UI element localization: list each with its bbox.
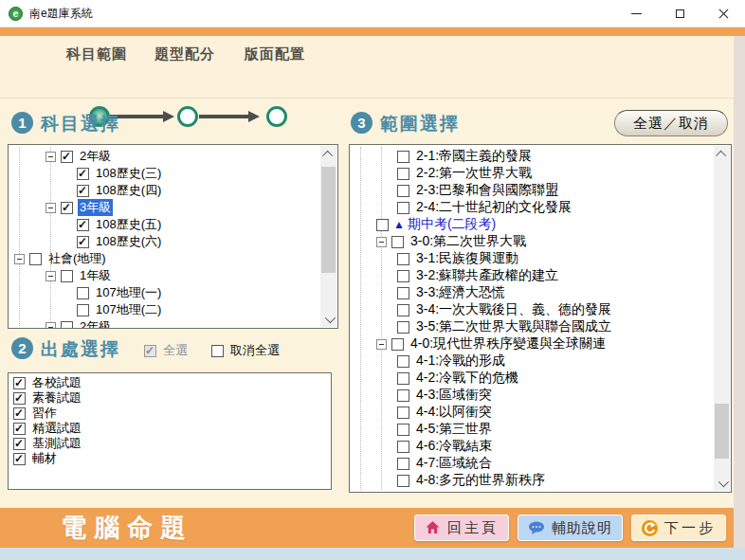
subject-tree-item[interactable]: 1年級 (9, 267, 320, 284)
range-tree-item[interactable]: 4-7:區域統合 (350, 455, 714, 472)
subject-tree-item[interactable]: 社會(地理) (9, 250, 320, 267)
source-list-item[interactable]: 習作 (11, 406, 329, 421)
item-label[interactable]: 2-1:帝國主義的發展 (414, 148, 534, 165)
subject-tree-item[interactable]: 107地理(二) (9, 301, 320, 318)
item-label[interactable]: 2-3:巴黎和會與國際聯盟 (414, 182, 560, 199)
item-label[interactable]: 108歷史(六) (94, 233, 163, 250)
item-label[interactable]: 4-7:區域統合 (414, 455, 494, 472)
item-checkbox[interactable] (29, 253, 42, 265)
collapse-minus-icon[interactable] (45, 152, 56, 162)
scroll-up-icon[interactable] (714, 146, 730, 162)
subject-tree-item[interactable]: 2年級 (9, 318, 320, 329)
minimize-button[interactable] (614, 0, 658, 27)
item-checkbox[interactable] (13, 392, 26, 405)
collapse-minus-icon[interactable] (376, 339, 387, 350)
range-tree-item[interactable]: 4-4:以阿衝突 (350, 404, 714, 421)
next-step-button[interactable]: 下一步 (631, 515, 726, 541)
range-tree-item[interactable]: 4-3:區域衝突 (350, 387, 714, 404)
subject-tree-item[interactable]: 108歷史(五) (9, 216, 320, 233)
item-checkbox[interactable] (77, 287, 89, 299)
subject-tree-item[interactable]: 108歷史(四) (9, 182, 320, 199)
subject-tree-scrollbar[interactable] (320, 146, 336, 327)
range-tree-item[interactable]: 3-5:第二次世界大戰與聯合國成立 (350, 318, 714, 335)
item-label[interactable]: 3-1:民族復興運動 (414, 250, 520, 267)
item-checkbox[interactable] (77, 236, 89, 248)
range-tree-item[interactable]: 2-1:帝國主義的發展 (350, 148, 714, 165)
item-label[interactable]: 108歷史(四) (94, 182, 163, 199)
subject-tree-item[interactable]: 107地理(一) (9, 284, 320, 301)
item-checkbox[interactable] (13, 438, 26, 450)
collapse-minus-icon[interactable] (45, 203, 56, 213)
item-checkbox[interactable] (397, 321, 409, 334)
item-checkbox[interactable] (397, 475, 409, 487)
item-label[interactable]: 2-4:二十世紀初的文化發展 (414, 199, 573, 216)
item-checkbox[interactable] (13, 423, 26, 435)
scrollbar-thumb[interactable] (715, 404, 729, 459)
source-list-item[interactable]: 素養試題 (11, 390, 329, 406)
item-checkbox[interactable] (397, 389, 409, 402)
item-label[interactable]: 社會(地理) (46, 250, 108, 267)
item-label[interactable]: 1年級 (78, 267, 113, 284)
item-label[interactable]: 3-3:經濟大恐慌 (414, 284, 507, 301)
item-checkbox[interactable] (61, 202, 73, 214)
scroll-down-icon[interactable] (320, 311, 336, 327)
close-button[interactable] (701, 0, 745, 27)
scrollbar-thumb[interactable] (321, 167, 336, 273)
item-label[interactable]: 4-8:多元的世界新秩序 (414, 472, 547, 489)
item-checkbox[interactable] (397, 424, 409, 436)
range-tree-item[interactable]: 2-4:二十世紀初的文化發展 (350, 199, 714, 216)
range-tree-item[interactable]: 3-3:經濟大恐慌 (350, 284, 714, 301)
item-checkbox[interactable] (77, 219, 89, 231)
collapse-minus-icon[interactable] (14, 254, 25, 264)
deselect-all-checkbox[interactable] (211, 345, 224, 357)
item-checkbox[interactable] (61, 151, 73, 163)
item-checkbox[interactable] (376, 219, 389, 231)
home-button[interactable]: 回主頁 (414, 515, 509, 541)
item-checkbox[interactable] (397, 287, 409, 299)
collapse-minus-icon[interactable] (45, 322, 56, 330)
scroll-up-icon[interactable] (320, 146, 336, 162)
deselect-all-option[interactable]: 取消全選 (211, 342, 280, 359)
item-checkbox[interactable] (397, 355, 409, 368)
range-tree-item[interactable]: 4-5:第三世界 (350, 421, 714, 438)
item-checkbox[interactable] (397, 253, 409, 265)
item-checkbox[interactable] (397, 202, 409, 214)
item-label[interactable]: 2-2:第一次世界大戰 (414, 165, 534, 182)
item-label[interactable]: 3年級 (78, 199, 113, 216)
item-label[interactable]: 108歷史(五) (94, 216, 163, 233)
item-checkbox[interactable] (391, 338, 404, 351)
item-label[interactable]: 4-5:第三世界 (414, 421, 494, 438)
item-checkbox[interactable] (397, 168, 409, 180)
item-checkbox[interactable] (61, 321, 73, 330)
item-checkbox[interactable] (397, 441, 409, 453)
range-tree-item[interactable]: 3-1:民族復興運動 (350, 250, 714, 267)
source-list-item[interactable]: 輔材 (11, 451, 329, 466)
item-checkbox[interactable] (397, 372, 409, 385)
item-checkbox[interactable] (77, 185, 89, 197)
range-tree-item[interactable]: 4-1:冷戰的形成 (350, 352, 714, 370)
item-label[interactable]: 2年級 (78, 148, 113, 165)
range-tree-item[interactable]: 2-3:巴黎和會與國際聯盟 (350, 182, 714, 199)
select-all-option[interactable]: 全選 (144, 342, 188, 359)
subject-tree-item[interactable]: 108歷史(六) (9, 233, 320, 250)
item-checkbox[interactable] (397, 185, 409, 197)
item-label[interactable]: 4-6:冷戰結束 (414, 438, 494, 455)
range-tree-item[interactable]: 4-2:冷戰下的危機 (350, 370, 714, 387)
item-label[interactable]: 4-2:冷戰下的危機 (414, 370, 520, 387)
item-checkbox[interactable] (391, 236, 404, 248)
item-label[interactable]: 2年級 (78, 318, 113, 329)
source-list-item[interactable]: 精選試題 (11, 421, 329, 436)
source-list-item[interactable]: 基測試題 (11, 436, 329, 451)
range-tree-item[interactable]: 2-2:第一次世界大戰 (350, 165, 714, 182)
item-checkbox[interactable] (61, 270, 73, 282)
item-checkbox[interactable] (13, 453, 26, 465)
collapse-minus-icon[interactable] (45, 271, 56, 281)
item-label[interactable]: 3-4:一次大戰後日、義、德的發展 (414, 301, 613, 318)
item-label[interactable]: 輔材 (30, 450, 59, 467)
item-checkbox[interactable] (77, 168, 89, 180)
item-checkbox[interactable] (13, 377, 26, 389)
range-tree-item[interactable]: 3-2:蘇聯共產政權的建立 (350, 267, 714, 284)
item-checkbox[interactable] (397, 270, 409, 282)
help-button[interactable]: 輔助說明 (518, 515, 623, 541)
subject-tree-item[interactable]: 3年級 (9, 199, 320, 216)
